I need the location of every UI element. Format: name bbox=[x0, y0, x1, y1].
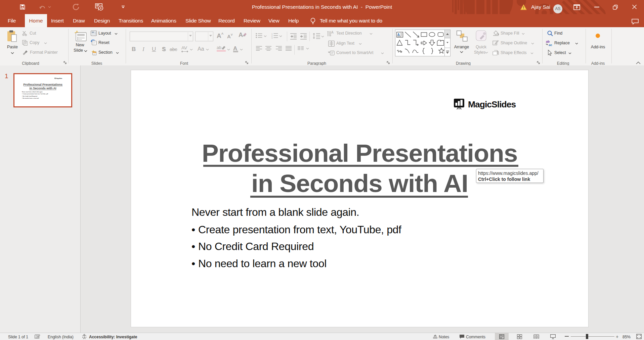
svg-text:A: A bbox=[331, 31, 334, 34]
svg-text:3: 3 bbox=[271, 37, 273, 39]
svg-text:ac: ac bbox=[549, 43, 552, 46]
